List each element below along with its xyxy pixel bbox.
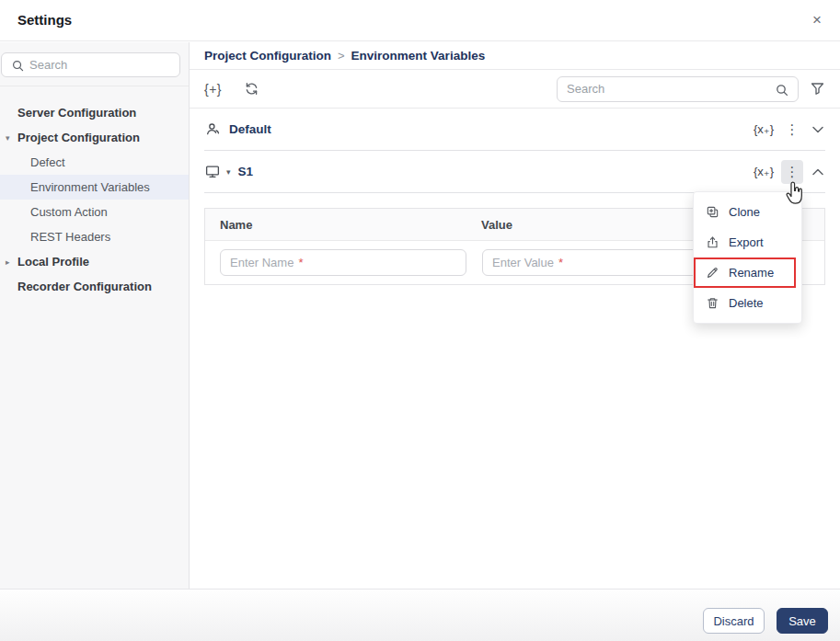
search-icon: [775, 83, 789, 97]
sidebar-item-defect[interactable]: Defect: [0, 150, 189, 175]
required-asterisk: *: [298, 256, 303, 269]
name-input[interactable]: Enter Name *: [220, 249, 466, 276]
section-actions: {x₊} ⋮: [754, 160, 825, 184]
footer: Discard Save: [0, 589, 840, 641]
toolbar: {+}: [190, 70, 840, 109]
section-name: S1: [238, 165, 254, 178]
menu-item-rename[interactable]: Rename: [694, 258, 796, 288]
clone-icon: [706, 205, 719, 219]
pencil-icon: [706, 266, 719, 280]
kebab-menu-icon[interactable]: ⋮: [781, 160, 803, 184]
menu-item-label: Delete: [729, 296, 764, 310]
sidebar-item-label: REST Headers: [30, 230, 110, 244]
sidebar-item-project-configuration[interactable]: ▾ Project Configuration: [0, 125, 189, 150]
sidebar-item-local-profile[interactable]: ▸ Local Profile: [0, 249, 189, 274]
sidebar-item-label: Recorder Configuration: [17, 280, 152, 293]
sidebar-item-rest-headers[interactable]: REST Headers: [0, 224, 189, 249]
add-variable-icon[interactable]: {x₊}: [754, 122, 774, 136]
toolbar-search[interactable]: [557, 76, 799, 102]
value-input-placeholder: Enter Value: [492, 256, 554, 269]
breadcrumb-parent[interactable]: Project Configuration: [204, 49, 331, 63]
chevron-down-icon[interactable]: [811, 120, 825, 139]
sidebar-item-environment-variables[interactable]: Environment Variables: [0, 175, 189, 200]
caret-right-icon: ▸: [6, 257, 10, 266]
required-asterisk: *: [558, 256, 563, 269]
chevron-up-icon[interactable]: [811, 163, 825, 181]
menu-item-clone[interactable]: Clone: [694, 197, 801, 227]
section-actions: {x₊} ⋮: [754, 118, 825, 142]
section-name: Default: [229, 122, 271, 136]
titlebar: Settings ×: [0, 0, 840, 41]
settings-dialog: Settings × Server Configuration ▾ Projec…: [0, 0, 840, 641]
menu-item-label: Rename: [729, 266, 774, 280]
sidebar-item-label: Server Configuration: [17, 106, 136, 120]
sidebar-search[interactable]: [1, 52, 180, 77]
export-icon: [706, 235, 719, 249]
sidebar-item-recorder-configuration[interactable]: Recorder Configuration: [0, 274, 189, 299]
kebab-menu-icon[interactable]: ⋮: [781, 118, 803, 142]
menu-item-export[interactable]: Export: [694, 227, 801, 258]
menu-item-label: Export: [729, 235, 764, 249]
menu-item-label: Clone: [729, 205, 760, 219]
sidebar-item-label: Local Profile: [17, 255, 89, 269]
context-menu: Clone Export Rename Delete: [693, 191, 802, 324]
sidebar-item-custom-action[interactable]: Custom Action: [0, 200, 189, 224]
sidebar-item-server-configuration[interactable]: Server Configuration: [0, 100, 189, 125]
caret-down-icon[interactable]: ▾: [226, 167, 231, 177]
save-button[interactable]: Save: [777, 608, 828, 634]
column-header-name: Name: [205, 218, 466, 232]
breadcrumb-current: Environment Variables: [351, 49, 486, 63]
refresh-icon[interactable]: [244, 81, 259, 97]
section-default[interactable]: Default {x₊} ⋮: [204, 109, 825, 151]
sidebar-item-label: Project Configuration: [17, 131, 140, 144]
breadcrumb-separator-icon: >: [338, 49, 345, 63]
sidebar-item-label: Defect: [30, 155, 65, 169]
name-input-placeholder: Enter Name: [230, 256, 293, 269]
trash-icon: [706, 296, 719, 310]
sidebar-item-label: Environment Variables: [30, 180, 150, 194]
search-icon: [11, 59, 25, 73]
breadcrumb: Project Configuration > Environment Vari…: [190, 42, 840, 70]
menu-item-delete[interactable]: Delete: [694, 288, 801, 318]
close-icon[interactable]: ×: [805, 8, 829, 32]
discard-button[interactable]: Discard: [703, 608, 765, 634]
monitor-icon: [204, 164, 221, 179]
add-variable-braces-icon[interactable]: {+}: [204, 82, 222, 97]
sidebar-search-input[interactable]: [29, 54, 175, 75]
caret-down-icon: ▾: [6, 132, 10, 142]
section-s1[interactable]: ▾ S1 {x₊} ⋮: [204, 151, 825, 193]
sidebar-nav: Server Configuration ▾ Project Configura…: [0, 86, 189, 299]
value-input[interactable]: Enter Value *: [482, 249, 729, 276]
toolbar-search-input[interactable]: [567, 78, 762, 100]
add-variable-icon[interactable]: {x₊}: [754, 165, 774, 178]
filter-icon[interactable]: [810, 81, 825, 97]
user-group-icon: [204, 121, 221, 137]
sidebar: Server Configuration ▾ Project Configura…: [0, 42, 190, 589]
dialog-title: Settings: [17, 12, 72, 28]
sidebar-item-label: Custom Action: [30, 205, 108, 219]
